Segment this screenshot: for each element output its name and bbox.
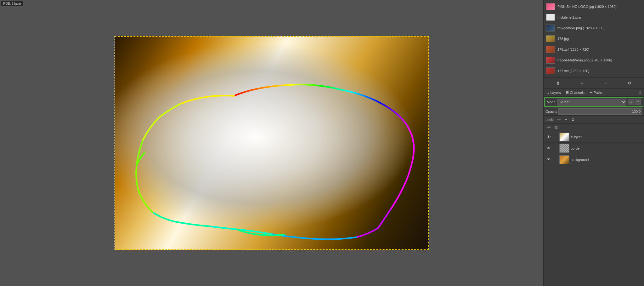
eye-header-row: 👁 ⛓ — [544, 124, 644, 131]
files-list: PINKISH NO LOGO.jpg (1920 × 1080)mobilen… — [544, 0, 644, 78]
lock-row: Lock: ✏ + ⚙ — [544, 116, 644, 124]
canvas-area: RGB, 1 layer — [0, 0, 543, 286]
panel-toolbar: ⬆ − ⋯ ↺ — [544, 78, 644, 89]
tab-layers[interactable]: ≡ Layers — [545, 89, 563, 96]
opacity-row: Opacity — [544, 107, 644, 116]
tab-paths-label: Paths — [594, 91, 602, 94]
layer-thumb-layer-border — [559, 144, 569, 153]
file-item-1[interactable]: mobilenet1.png — [544, 12, 644, 23]
mode-label: Mode — [547, 100, 556, 104]
car-silhouette — [115, 36, 429, 250]
file-name-4: 178.xcf (1280 × 720) — [557, 48, 589, 51]
paths-icon: ✒ — [590, 90, 593, 94]
layer-chain-layer-subject — [553, 134, 558, 140]
layer-eye-layer-subject[interactable]: 👁 — [545, 134, 552, 140]
layer-thumb-layer-subject — [559, 133, 569, 141]
panel-menu-button[interactable]: ⋯ — [602, 79, 609, 87]
file-item-3[interactable]: 178.jpg — [544, 33, 644, 44]
file-item-4[interactable]: 178.xcf (1280 × 720) — [544, 44, 644, 55]
tab-paths[interactable]: ✒ Paths — [587, 89, 605, 96]
tab-channels[interactable]: ⊞ Channels — [563, 89, 587, 96]
lock-settings-button[interactable]: ⚙ — [570, 117, 576, 123]
layer-eye-layer-background[interactable]: 👁 — [545, 157, 552, 163]
panel-minus-button[interactable]: − — [578, 79, 586, 87]
layers-list: 👁subject👁border👁background — [544, 131, 644, 286]
layer-row-layer-border[interactable]: 👁border — [544, 143, 644, 154]
file-item-2[interactable]: mu-game-0.png (1920 × 1080) — [544, 23, 644, 33]
canvas-info-text: RGB, 1 layer — [3, 2, 21, 5]
opacity-label: Opacity — [545, 110, 557, 113]
layer-row-layer-background[interactable]: 👁background — [544, 154, 644, 165]
right-panel: PINKISH NO LOGO.jpg (1920 × 1080)mobilen… — [543, 0, 644, 286]
file-name-5: traced-MattVenn.png (2048 × 1366) — [557, 58, 612, 62]
layer-eye-layer-border[interactable]: 👁 — [545, 145, 552, 152]
lock-label: Lock: — [545, 118, 554, 122]
file-thumb-6 — [546, 67, 555, 74]
file-item-0[interactable]: PINKISH NO LOGO.jpg (1920 × 1080) — [544, 1, 644, 12]
tabs-expand-button[interactable]: ⊡ — [637, 90, 643, 95]
file-name-2: mu-game-0.png (1920 × 1080) — [557, 26, 605, 30]
canvas-image[interactable] — [114, 36, 429, 250]
panel-refresh-button[interactable]: ↺ — [626, 79, 633, 87]
panel-new-button[interactable]: ⬆ — [554, 79, 562, 87]
file-name-0: PINKISH NO LOGO.jpg (1920 × 1080) — [557, 5, 617, 9]
lock-pen-button[interactable]: ✏ — [556, 117, 562, 123]
tabs-row: ≡ Layers ⊞ Channels ✒ Paths ⊡ — [544, 89, 644, 97]
tab-layers-label: Layers — [550, 91, 561, 94]
mode-prev-button[interactable]: ⌄ — [628, 99, 634, 105]
file-name-3: 178.jpg — [557, 37, 569, 41]
file-item-6[interactable]: 177.xcf (1280 × 720) — [544, 66, 644, 76]
tab-channels-label: Channels — [570, 91, 584, 94]
file-thumb-2 — [546, 25, 555, 31]
layer-name-layer-border: border — [571, 146, 642, 150]
channels-icon: ⊞ — [566, 90, 569, 94]
layer-chain-layer-background — [553, 157, 558, 162]
canvas-container — [114, 36, 429, 250]
layer-chain-layer-border — [553, 146, 558, 151]
layer-name-layer-background: background — [571, 158, 642, 162]
layer-thumb-layer-background — [559, 155, 569, 164]
mode-select[interactable]: NormalDissolveMultiplyScreenOverlayDodge… — [557, 99, 626, 106]
eye-header-icon: 👁 — [545, 124, 552, 131]
layer-row-layer-subject[interactable]: 👁subject — [544, 131, 644, 143]
mode-next-button[interactable]: ⌃ — [635, 99, 641, 105]
canvas-info: RGB, 1 layer — [1, 1, 23, 6]
file-thumb-5 — [546, 57, 555, 64]
file-thumb-4 — [546, 46, 555, 53]
lock-add-button[interactable]: + — [563, 117, 569, 123]
file-thumb-0 — [546, 3, 555, 10]
opacity-input[interactable] — [558, 108, 642, 115]
layer-name-layer-subject: subject — [571, 135, 642, 139]
file-thumb-3 — [546, 35, 555, 42]
file-name-1: mobilenet1.png — [557, 15, 581, 19]
mode-buttons: ⌄ ⌃ — [628, 99, 641, 105]
chain-header-icon: ⛓ — [552, 124, 559, 131]
file-thumb-1 — [546, 14, 555, 21]
file-name-6: 177.xcf (1280 × 720) — [557, 69, 589, 73]
file-item-5[interactable]: traced-MattVenn.png (2048 × 1366) — [544, 55, 644, 66]
layers-icon: ≡ — [547, 91, 549, 94]
mode-row: Mode NormalDissolveMultiplyScreenOverlay… — [544, 97, 643, 107]
lock-icons: ✏ + ⚙ — [556, 117, 576, 123]
